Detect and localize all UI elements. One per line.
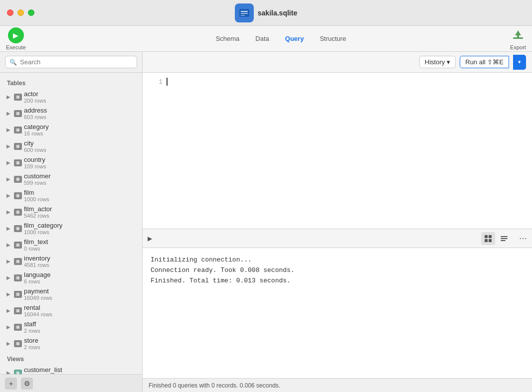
view-name: customer_list (24, 366, 62, 374)
main-content: 🔍 Tables ▶ ▦ actor 200 rows ▶ ▦ address (0, 52, 532, 392)
titlebar-center: sakila.sqlite (235, 3, 297, 22)
tables-section-header: Tables (0, 76, 142, 89)
tab-schema[interactable]: Schema (208, 32, 248, 45)
svg-rect-1 (241, 11, 248, 12)
table-name: inventory (24, 255, 50, 262)
run-all-dropdown-button[interactable]: ▾ (513, 55, 526, 70)
results-toolbar: ▶ (143, 229, 532, 248)
table-icon: ▦ (14, 291, 22, 298)
table-rows: 16044 rows (24, 311, 52, 317)
table-name: city (24, 139, 46, 147)
table-rows: 600 rows (24, 147, 46, 153)
svg-rect-3 (241, 15, 245, 16)
results-menu-button[interactable]: ⋯ (519, 234, 527, 243)
list-item[interactable]: ▶ ▦ actor 200 rows (0, 89, 142, 105)
run-all-button[interactable]: Run all ⇧⌘E (460, 56, 509, 68)
close-button[interactable] (7, 9, 13, 16)
table-icon: ▦ (14, 159, 22, 166)
list-item[interactable]: ▶ ▦ inventory 4581 rows (0, 253, 142, 269)
text-view-button[interactable] (497, 232, 511, 245)
svg-rect-4 (513, 37, 523, 39)
list-item[interactable]: ▶ ▦ film 1000 rows (0, 187, 142, 204)
status-bar: Finished 0 queries with 0 records. 0.006… (143, 378, 532, 392)
maximize-button[interactable] (28, 9, 34, 16)
add-button[interactable]: + (5, 378, 17, 390)
list-item[interactable]: ▶ ▦ address 603 rows (0, 105, 142, 122)
chevron-icon: ▶ (5, 370, 12, 375)
table-rows: 200 rows (24, 98, 46, 104)
table-name: address (24, 107, 47, 114)
chevron-icon: ▶ (5, 307, 12, 314)
chevron-icon: ▶ (5, 274, 12, 281)
table-icon: ▦ (14, 127, 22, 133)
export-label: Export (510, 44, 526, 50)
grid-view-button[interactable] (481, 232, 495, 245)
svg-rect-11 (501, 236, 508, 237)
table-rows: 1000 rows (24, 229, 62, 235)
chevron-icon: ▶ (5, 127, 12, 133)
table-icon: ▦ (14, 307, 22, 314)
sidebar: 🔍 Tables ▶ ▦ actor 200 rows ▶ ▦ address (0, 52, 143, 392)
table-icon: ▦ (14, 176, 22, 183)
list-item[interactable]: ▶ ▦ staff 2 rows (0, 319, 142, 335)
tab-data[interactable]: Data (247, 32, 277, 45)
table-icon: ▦ (14, 242, 22, 249)
query-editor[interactable]: 1 (143, 73, 532, 229)
table-name: film_actor (24, 205, 52, 213)
tab-structure[interactable]: Structure (312, 32, 354, 45)
execute-button[interactable]: ▶ Execute (6, 27, 26, 50)
list-item[interactable]: ▶ ▦ customer_list 599 rows (0, 365, 142, 374)
table-rows: 2 rows (24, 328, 40, 334)
svg-rect-2 (241, 13, 248, 14)
svg-rect-9 (485, 239, 488, 242)
status-text: Finished 0 queries with 0 records. 0.006… (149, 382, 280, 389)
chevron-icon: ▶ (5, 192, 12, 199)
list-item[interactable]: ▶ ▦ film_category 1000 rows (0, 220, 142, 237)
list-item[interactable]: ▶ ▦ store 2 rows (0, 335, 142, 352)
settings-button[interactable]: ⚙ (21, 378, 33, 390)
table-name: customer (24, 172, 50, 180)
table-rows: 603 rows (24, 114, 47, 120)
minimize-button[interactable] (17, 9, 24, 16)
chevron-icon: ▶ (5, 258, 12, 265)
table-rows: 2 rows (24, 344, 40, 350)
list-item[interactable]: ▶ ▦ language 6 rows (0, 269, 142, 286)
text-cursor (167, 78, 168, 86)
table-name: rental (24, 304, 52, 311)
list-item[interactable]: ▶ ▦ film_actor 5462 rows (0, 204, 142, 220)
table-name: film_text (24, 238, 48, 246)
tab-query[interactable]: Query (277, 32, 312, 45)
table-rows: 5462 rows (24, 213, 52, 219)
list-item[interactable]: ▶ ▦ city 600 rows (0, 138, 142, 154)
list-item[interactable]: ▶ ▦ customer 599 rows (0, 171, 142, 187)
chevron-down-icon: ▾ (518, 59, 521, 65)
history-button[interactable]: History ▾ (419, 56, 456, 68)
list-item[interactable]: ▶ ▦ country 109 rows (0, 154, 142, 171)
svg-rect-8 (489, 235, 492, 238)
svg-rect-6 (517, 33, 519, 37)
table-rows: 16049 rows (24, 295, 52, 301)
search-wrapper[interactable]: 🔍 (5, 56, 137, 68)
table-name: film_category (24, 222, 62, 229)
search-icon: 🔍 (9, 59, 17, 66)
chevron-icon: ▶ (5, 209, 12, 216)
list-item[interactable]: ▶ ▦ payment 16049 rows (0, 286, 142, 302)
result-line-1: Initializing connection... (151, 255, 524, 265)
chevron-icon: ▶ (5, 242, 12, 249)
results-chevron-icon[interactable]: ▶ (148, 235, 152, 242)
list-item[interactable]: ▶ ▦ film_text 0 rows (0, 237, 142, 253)
chevron-icon: ▶ (5, 110, 12, 117)
list-item[interactable]: ▶ ▦ rental 16044 rows (0, 302, 142, 319)
chevron-icon: ▶ (5, 340, 12, 347)
table-name: category (24, 123, 49, 131)
table-name: staff (24, 320, 40, 328)
export-button[interactable]: Export (510, 27, 526, 50)
results-panel: ▶ (143, 229, 532, 378)
list-item[interactable]: ▶ ▦ category 16 rows (0, 122, 142, 138)
search-input[interactable] (20, 58, 133, 66)
history-label: History (425, 58, 445, 66)
main-toolbar: ▶ Execute Schema Data Query Structure Ex… (0, 26, 532, 52)
chevron-icon: ▶ (5, 176, 12, 183)
table-icon: ▦ (14, 340, 22, 347)
execute-label: Execute (6, 44, 26, 50)
